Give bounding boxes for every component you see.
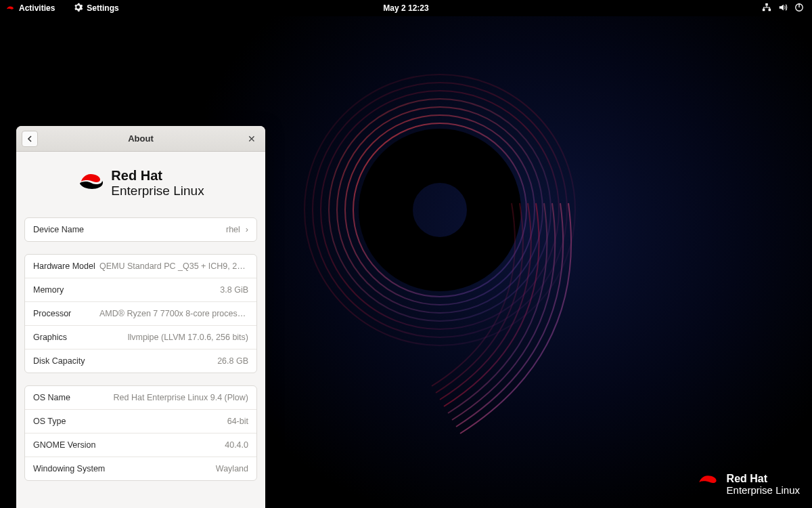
row-label: Windowing System	[33, 464, 105, 473]
hardware-info-group: Hardware Model QEMU Standard PC _Q35 + I…	[24, 254, 257, 373]
window-titlebar[interactable]: About ✕	[16, 126, 265, 152]
svg-rect-12	[763, 8, 765, 11]
row-value: 3.8 GiB	[220, 285, 248, 295]
network-icon	[762, 3, 771, 14]
clock-button[interactable]: May 2 12:23	[383, 3, 428, 13]
redhat-icon	[696, 474, 720, 494]
desktop-brand-logo: Red Hat Enterprise Linux	[696, 473, 800, 496]
power-icon	[794, 3, 804, 14]
row-value: 26.8 GB	[217, 356, 248, 366]
current-app-indicator[interactable]: Settings	[74, 3, 118, 14]
svg-rect-11	[765, 3, 768, 5]
row-value: 40.4.0	[225, 440, 248, 450]
disk-capacity-row: Disk Capacity 26.8 GB	[25, 350, 256, 373]
row-value: 64-bit	[227, 417, 248, 426]
row-label: Processor	[33, 309, 71, 318]
close-icon: ✕	[248, 133, 256, 144]
windowing-system-row: Windowing System Wayland	[25, 457, 256, 480]
row-label: OS Type	[33, 417, 66, 426]
row-value: QEMU Standard PC _Q35 + ICH9, 2009_	[99, 261, 248, 271]
os-logo-block: Red Hat Enterprise Linux	[24, 168, 257, 198]
processor-row: Processor AMD® Ryzen 7 7700x 8-core proc…	[25, 302, 256, 326]
device-name-label: Device Name	[33, 225, 84, 234]
row-label: Disk Capacity	[33, 356, 85, 366]
system-tray[interactable]	[762, 3, 812, 14]
close-button[interactable]: ✕	[245, 132, 258, 146]
top-panel: Activities Settings May 2 12:23	[0, 0, 812, 16]
about-content: Red Hat Enterprise Linux Device Name rhe…	[16, 152, 265, 493]
device-name-row[interactable]: Device Name rhel ›	[25, 218, 256, 241]
row-value: AMD® Ryzen 7 7700x 8-core processor × 2	[99, 309, 248, 318]
brand-line2: Enterprise Linux	[727, 485, 800, 496]
back-button[interactable]	[22, 131, 38, 147]
device-name-value: rhel	[226, 225, 240, 234]
graphics-row: Graphics llvmpipe (LLVM 17.0.6, 256 bits…	[25, 326, 256, 350]
settings-about-window: About ✕ Red Hat Enterprise Linux Device …	[16, 126, 265, 508]
memory-row: Memory 3.8 GiB	[25, 278, 256, 302]
activities-label: Activities	[19, 3, 55, 13]
row-label: Memory	[33, 285, 64, 295]
row-value: llvmpipe (LLVM 17.0.6, 256 bits)	[128, 333, 248, 342]
wallpaper-graphic-9	[271, 68, 623, 447]
svg-point-2	[321, 91, 559, 329]
row-label: Hardware Model	[33, 261, 95, 271]
os-name-row: OS Name Red Hat Enterprise Linux 9.4 (Pl…	[25, 386, 256, 410]
clock-label: May 2 12:23	[383, 3, 428, 13]
gear-icon	[74, 3, 83, 14]
svg-rect-15	[798, 3, 799, 7]
device-name-group: Device Name rhel ›	[24, 217, 257, 242]
redhat-icon	[5, 5, 15, 12]
os-logo-line1: Red Hat	[111, 168, 204, 184]
row-label: Graphics	[33, 333, 67, 342]
window-title: About	[128, 133, 154, 144]
svg-rect-13	[769, 8, 771, 11]
row-label: GNOME Version	[33, 440, 95, 450]
hardware-model-row: Hardware Model QEMU Standard PC _Q35 + I…	[25, 255, 256, 278]
os-type-row: OS Type 64-bit	[25, 410, 256, 433]
redhat-icon	[77, 173, 104, 194]
activities-button[interactable]: Activities	[5, 3, 55, 13]
gnome-version-row: GNOME Version 40.4.0	[25, 433, 256, 457]
volume-icon	[778, 3, 788, 14]
brand-line1: Red Hat	[727, 473, 800, 485]
row-label: OS Name	[33, 393, 70, 402]
current-app-label: Settings	[87, 3, 118, 13]
chevron-right-icon: ›	[246, 225, 248, 234]
os-logo-line2: Enterprise Linux	[111, 184, 204, 198]
row-value: Wayland	[216, 464, 248, 473]
os-info-group: OS Name Red Hat Enterprise Linux 9.4 (Pl…	[24, 385, 257, 481]
svg-point-10	[386, 156, 494, 264]
row-value: Red Hat Enterprise Linux 9.4 (Plow)	[114, 393, 248, 402]
